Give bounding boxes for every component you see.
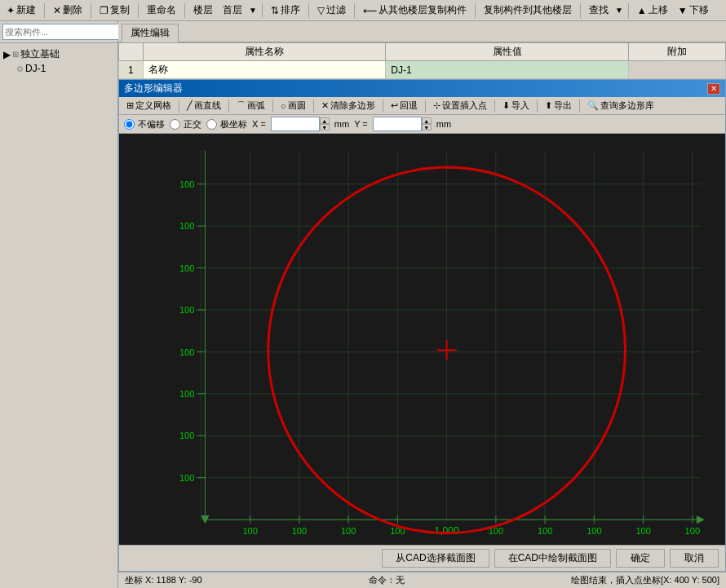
status-bar: 坐标 X: 1188 Y: -90 命令：无 绘图结束，插入点坐标[X: 400… — [118, 572, 726, 588]
floor-button[interactable]: 楼层 — [190, 2, 216, 18]
set-insert-button[interactable]: ⊹ 设置插入点 — [429, 99, 491, 113]
polygon-close-button[interactable]: ✕ — [707, 83, 720, 95]
export-button[interactable]: ⬆ 导出 — [541, 99, 576, 113]
copy-button[interactable]: ❐ 复制 — [96, 2, 133, 18]
new-icon: ✦ — [7, 5, 15, 16]
canvas-svg: 100 100 100 100 100 100 100 100 — [119, 134, 725, 545]
tree-root-icon: ⊞ — [12, 50, 19, 59]
search-input[interactable] — [2, 24, 120, 40]
clear-button[interactable]: ✕ 清除多边形 — [317, 99, 379, 113]
copy-icon: ❐ — [100, 5, 108, 16]
sep10 — [628, 3, 629, 18]
draw-in-cad-button[interactable]: 在CAD中绘制截面图 — [494, 549, 611, 568]
sort-button[interactable]: ⇅ 排序 — [268, 2, 303, 18]
x-spin-down[interactable]: ▼ — [320, 124, 330, 130]
right-panel: 属性编辑 属性名称 属性值 附加 1 名称 DJ-1 — [118, 21, 726, 588]
col-num — [119, 43, 144, 61]
new-button[interactable]: ✦ 新建 — [3, 2, 39, 18]
svg-text:100: 100 — [179, 305, 194, 315]
orthogonal-radio[interactable] — [170, 119, 180, 130]
poly-sep6 — [425, 99, 426, 113]
canvas-area[interactable]: 100 100 100 100 100 100 100 100 — [119, 134, 725, 545]
polar-label: 极坐标 — [220, 118, 247, 130]
find-button[interactable]: 查找 — [586, 2, 612, 18]
cancel-button[interactable]: 取消 — [670, 549, 719, 568]
tree-area: ▶ ⊞ 独立基础 ⚙ DJ-1 — [0, 43, 117, 588]
undo-icon: ↩ — [391, 100, 398, 111]
move-up-button[interactable]: ▲ 上移 — [634, 2, 671, 18]
svg-text:100: 100 — [242, 526, 257, 536]
clear-icon: ✕ — [321, 100, 329, 111]
polar-radio[interactable] — [206, 119, 217, 130]
svg-text:100: 100 — [179, 221, 194, 231]
polygon-toolbar: ⊞ 定义网格 ╱ 画直线 ⌒ 画弧 ○ 画圆 — [119, 97, 725, 115]
svg-text:100: 100 — [538, 526, 552, 536]
svg-text:100: 100 — [685, 526, 700, 536]
y-spinner: ▲ ▼ — [422, 117, 432, 130]
confirm-button[interactable]: 确定 — [616, 549, 665, 568]
property-table: 属性名称 属性值 附加 1 名称 DJ-1 — [118, 42, 726, 79]
x-spinner: ▲ ▼ — [320, 117, 330, 130]
sep3 — [138, 3, 139, 18]
svg-text:100: 100 — [179, 263, 194, 273]
orthogonal-label: 正交 — [184, 118, 201, 130]
floor-dropdown-icon[interactable]: ▼ — [249, 6, 257, 15]
x-unit: mm — [334, 119, 349, 129]
poly-sep3 — [272, 99, 273, 113]
svg-text:100: 100 — [587, 526, 601, 536]
sep1 — [44, 3, 45, 18]
tree-root-item[interactable]: ▶ ⊞ 独立基础 — [3, 46, 114, 62]
up-icon: ▲ — [637, 5, 647, 16]
no-offset-radio[interactable] — [124, 119, 135, 130]
draw-arc-button[interactable]: ⌒ 画弧 — [232, 99, 269, 113]
sep2 — [91, 3, 91, 18]
top-floor-button[interactable]: 首层 — [219, 2, 246, 18]
col-prop-extra: 附加 — [628, 43, 725, 61]
poly-sep7 — [494, 99, 495, 113]
tree-child-item[interactable]: ⚙ DJ-1 — [16, 62, 114, 75]
copy-from-button[interactable]: ⟵ 从其他楼层复制构件 — [360, 2, 470, 18]
circle-icon: ○ — [281, 101, 286, 111]
x-input[interactable] — [271, 117, 320, 131]
undo-button[interactable]: ↩ 回退 — [387, 99, 422, 113]
y-spin-up[interactable]: ▲ — [422, 117, 432, 124]
polygon-titlebar: 多边形编辑器 ✕ — [119, 80, 725, 97]
from-cad-button[interactable]: 从CAD选择截面图 — [382, 549, 489, 568]
copy-to-button[interactable]: 复制构件到其他楼层 — [480, 2, 575, 18]
prop-value-cell[interactable]: DJ-1 — [386, 61, 629, 79]
poly-sep9 — [579, 99, 580, 113]
export-icon: ⬆ — [545, 100, 552, 111]
y-spin-down[interactable]: ▼ — [422, 124, 432, 130]
x-spin-up[interactable]: ▲ — [320, 117, 330, 124]
y-label: Y = — [354, 119, 368, 129]
sep9 — [580, 3, 581, 18]
define-grid-button[interactable]: ⊞ 定义网格 — [122, 99, 175, 113]
import-button[interactable]: ⬇ 导入 — [498, 99, 533, 113]
tree-root-label: 独立基础 — [20, 47, 60, 61]
y-input[interactable] — [373, 117, 422, 131]
draw-line-button[interactable]: ╱ 画直线 — [183, 99, 225, 113]
move-down-button[interactable]: ▼ 下移 — [675, 2, 712, 18]
poly-sep1 — [179, 99, 179, 113]
find-dropdown-icon[interactable]: ▼ — [615, 6, 623, 15]
rename-button[interactable]: 重命名 — [144, 2, 179, 18]
filter-button[interactable]: ▽ 过滤 — [314, 2, 349, 18]
left-panel: 🔍 ▶ ⊞ 独立基础 ⚙ DJ-1 — [0, 21, 118, 588]
tree-child-label: DJ-1 — [25, 63, 46, 74]
draw-circle-button[interactable]: ○ 画圆 — [277, 99, 310, 113]
svg-text:100: 100 — [179, 179, 194, 189]
svg-text:100: 100 — [179, 473, 194, 483]
query-library-button[interactable]: 🔍 查询多边形库 — [583, 99, 658, 113]
delete-icon: ✕ — [53, 5, 61, 16]
arc-icon: ⌒ — [237, 99, 246, 112]
table-row: 1 名称 DJ-1 — [119, 61, 726, 79]
line-icon: ╱ — [187, 100, 193, 111]
status-command: 命令：无 — [369, 574, 405, 586]
poly-sep8 — [537, 99, 538, 113]
tab-property-edit[interactable]: 属性编辑 — [122, 24, 179, 42]
svg-text:100: 100 — [179, 347, 194, 356]
top-toolbar: ✦ 新建 ✕ 删除 ❐ 复制 重命名 楼层 首层 ▼ ⇅ 排序 ▽ 过滤 ⟵ 从… — [0, 0, 726, 21]
delete-button[interactable]: ✕ 删除 — [50, 2, 86, 18]
query-icon: 🔍 — [587, 100, 599, 111]
sort-icon: ⇅ — [271, 5, 279, 16]
